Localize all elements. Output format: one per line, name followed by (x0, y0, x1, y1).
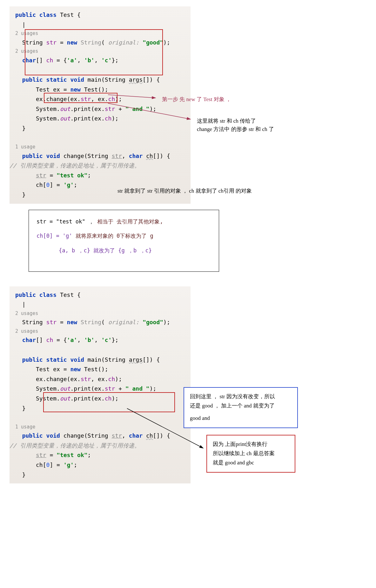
main-print2: System.out.print(ex.ch); (10, 394, 191, 404)
code-block-bottom: public class Test { | 2 usages String st… (10, 286, 191, 484)
comment-line: // 引用类型变量，传递的是地址，属于引用传递。 (10, 441, 191, 451)
usages-hint: 1 usage (10, 423, 191, 431)
callout-line: 就是 good and gbc (213, 458, 289, 468)
callout-line: good and (190, 414, 292, 423)
change-assign-str: str = "test ok"; (10, 450, 191, 460)
close-brace: } (10, 124, 191, 133)
callout-blue: 回到这里 ， str 因为没有改变，所以 还是 good ， 加上一个 and … (184, 387, 298, 428)
callout-line: 回到这里 ， str 因为没有改变，所以 (190, 392, 292, 401)
change-sig: public void change(String str, char ch[]… (10, 431, 191, 441)
usages-hint: 1 usage (10, 143, 191, 151)
callout-line: 所以继续加上 ch 最总答案 (213, 449, 289, 458)
anno-pass-to-change: 这里就将 str 和 ch 传给了change 方法中 的形参 str 和 ch… (197, 117, 274, 133)
field-str: String str = new String( original: "good… (10, 38, 191, 48)
change-sig: public void change(String str, char ch[]… (10, 151, 191, 161)
cursor-row: | (10, 300, 191, 310)
usages-hint: 2 usages (10, 47, 191, 56)
field-str: String str = new String( original: "good… (10, 318, 191, 327)
main-new-test: Test ex = new Test(); (10, 365, 191, 374)
class-decl: public class Test { (10, 290, 191, 300)
main-change-call: ex.change(ex.str, ex.ch); (10, 374, 191, 384)
close-brace: } (10, 404, 191, 414)
callout-red: 因为 上面print没有换行 所以继续加上 ch 最总答案 就是 good an… (206, 435, 295, 473)
explanation-box: str = "test ok" ， 相当于 去引用了其他对象, ch[0] = … (29, 210, 219, 272)
field-ch: char[] ch = {'a', 'b', 'c'}; (10, 335, 191, 345)
change-assign-str: str = "test ok"; (10, 171, 191, 181)
main-sig: public static void main(String args[]) { (10, 355, 191, 365)
cursor-row: | (10, 20, 191, 30)
change-assign-ch: ch[0] = 'g'; (10, 460, 191, 470)
anno-refs: str 就拿到了 str 引用的对象 ， ch 就拿到了 ch引用 的对象 (117, 187, 252, 195)
note-line2: ch[0] = 'g' 就将原来对象的 0下标改为了 g (37, 230, 211, 242)
main-new-test: Test ex = new Test(); (10, 85, 191, 95)
main-print1: System.out.print(ex.str + " and "); (10, 104, 191, 114)
usages-hint: 2 usages (10, 327, 191, 336)
callout-line: 还是 good ， 加上一个 and 就变为了 (190, 401, 292, 411)
callout-line: 因为 上面print没有换行 (213, 440, 289, 449)
usages-hint: 2 usages (10, 310, 191, 318)
field-ch: char[] ch = {'a', 'b', 'c'}; (10, 56, 191, 65)
comment-line: // 引用类型变量，传递的是地址，属于引用传递。 (10, 161, 191, 171)
close-brace: } (10, 470, 191, 480)
main-sig: public static void main(String args[]) { (10, 75, 191, 85)
code-block-top: public class Test { | 2 usages String st… (10, 6, 191, 204)
main-print1: System.out.print(ex.str + " and "); (10, 384, 191, 394)
usages-hint: 2 usages (10, 30, 191, 38)
anno-step1: 第一步 先 new 了 Test 对象 ， (162, 95, 231, 104)
class-decl: public class Test { (10, 10, 191, 20)
note-line1: str = "test ok" ， 相当于 去引用了其他对象, (37, 216, 211, 228)
note-line3: {a, b ，c} 就改为了 {g ，b ，c} (37, 245, 211, 256)
main-print2: System.out.print(ex.ch); (10, 114, 191, 124)
